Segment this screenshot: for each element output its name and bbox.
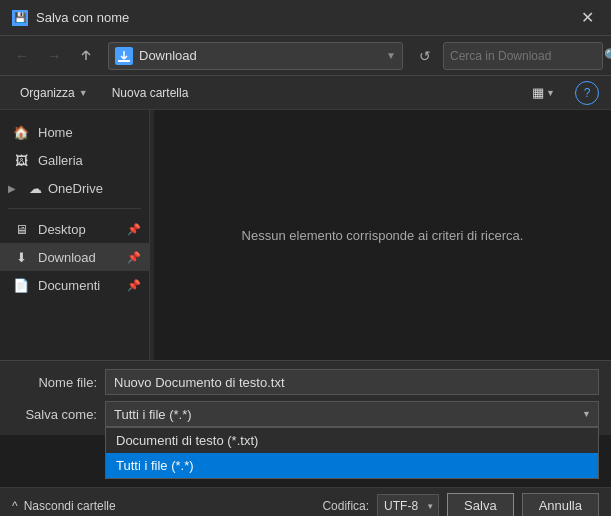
organizza-chevron-icon: ▼ <box>79 88 88 98</box>
search-input[interactable] <box>450 49 600 63</box>
content-area: Nessun elemento corrisponde ai criteri d… <box>154 110 611 360</box>
empty-message: Nessun elemento corrisponde ai criteri d… <box>242 228 524 243</box>
sidebar-label-onedrive: OneDrive <box>48 181 103 196</box>
saveas-dropdown: Documenti di testo (*.txt) Tutti i file … <box>105 427 599 479</box>
sidebar-item-documenti[interactable]: 📄 Documenti 📌 <box>0 271 149 299</box>
saveas-select[interactable]: Tutti i file (*.*) <box>105 401 599 427</box>
view-chevron-icon: ▼ <box>546 88 555 98</box>
help-button[interactable]: ? <box>575 81 599 105</box>
saveas-value: Tutti i file (*.*) <box>114 407 192 422</box>
close-button[interactable]: ✕ <box>575 6 599 30</box>
organizza-label: Organizza <box>20 86 75 100</box>
onedrive-chevron-icon: ▶ <box>8 183 22 194</box>
footer: ^ Nascondi cartelle Codifica: UTF-8 Salv… <box>0 487 611 516</box>
back-button[interactable]: ← <box>8 42 36 70</box>
dropdown-item-txt[interactable]: Documenti di testo (*.txt) <box>106 428 598 453</box>
filename-input[interactable] <box>105 369 599 395</box>
window-icon: 💾 <box>12 10 28 26</box>
address-chevron-icon: ▼ <box>386 50 396 61</box>
codifica-label: Codifica: <box>322 499 369 513</box>
sidebar-label-download: Download <box>38 250 96 265</box>
sidebar-label-home: Home <box>38 125 73 140</box>
title-bar: 💾 Salva con nome ✕ <box>0 0 611 36</box>
title-bar-left: 💾 Salva con nome <box>12 10 129 26</box>
saveas-select-wrapper[interactable]: Tutti i file (*.*) Documenti di testo (*… <box>105 401 599 427</box>
sidebar-item-desktop[interactable]: 🖥 Desktop 📌 <box>0 215 149 243</box>
saveas-row: Salva come: Tutti i file (*.*) Documenti… <box>12 401 599 427</box>
salva-button[interactable]: Salva <box>447 493 514 517</box>
up-folder-button[interactable] <box>72 42 100 70</box>
desktop-pin-icon: 📌 <box>127 223 141 236</box>
search-bar[interactable]: 🔍 <box>443 42 603 70</box>
search-icon: 🔍 <box>604 48 611 63</box>
codifica-select[interactable]: UTF-8 <box>377 494 439 517</box>
refresh-button[interactable]: ↺ <box>411 42 439 70</box>
forward-button[interactable]: → <box>40 42 68 70</box>
nav-bar: ← → Download ▼ ↺ 🔍 <box>0 36 611 76</box>
view-icon: ▦ <box>532 85 544 100</box>
documenti-icon: 📄 <box>12 276 30 294</box>
svg-rect-0 <box>118 60 130 62</box>
sidebar-label-galleria: Galleria <box>38 153 83 168</box>
footer-right: Codifica: UTF-8 Salva Annulla <box>322 493 599 517</box>
main-area: 🏠 Home 🖼 Galleria ▶ ☁ OneDrive 🖥 Desktop… <box>0 110 611 360</box>
documenti-pin-icon: 📌 <box>127 279 141 292</box>
saveas-label: Salva come: <box>12 407 97 422</box>
sidebar-item-galleria[interactable]: 🖼 Galleria <box>0 146 149 174</box>
address-bar[interactable]: Download ▼ <box>108 42 403 70</box>
home-icon: 🏠 <box>12 123 30 141</box>
bottom-panel: Nome file: Salva come: Tutti i file (*.*… <box>0 360 611 435</box>
sidebar-item-home[interactable]: 🏠 Home <box>0 118 149 146</box>
onedrive-icon: ☁ <box>26 179 44 197</box>
sidebar-label-documenti: Documenti <box>38 278 100 293</box>
sidebar-item-download[interactable]: ⬇ Download 📌 <box>0 243 149 271</box>
sidebar-label-desktop: Desktop <box>38 222 86 237</box>
hide-folders-button[interactable]: ^ Nascondi cartelle <box>12 499 116 513</box>
download-pin-icon: 📌 <box>127 251 141 264</box>
address-text: Download <box>139 48 380 63</box>
toolbar: Organizza ▼ Nuova cartella ▦ ▼ ? <box>0 76 611 110</box>
nuova-cartella-button[interactable]: Nuova cartella <box>104 83 197 103</box>
filename-label: Nome file: <box>12 375 97 390</box>
address-icon <box>115 47 133 65</box>
annulla-button[interactable]: Annulla <box>522 493 599 517</box>
sidebar-divider <box>8 208 141 209</box>
download-icon: ⬇ <box>12 248 30 266</box>
hide-folders-label: Nascondi cartelle <box>24 499 116 513</box>
window-title: Salva con nome <box>36 10 129 25</box>
organizza-button[interactable]: Organizza ▼ <box>12 83 96 103</box>
sidebar-item-onedrive[interactable]: ▶ ☁ OneDrive <box>0 174 149 202</box>
sidebar: 🏠 Home 🖼 Galleria ▶ ☁ OneDrive 🖥 Desktop… <box>0 110 150 360</box>
desktop-icon: 🖥 <box>12 220 30 238</box>
codifica-wrapper[interactable]: UTF-8 <box>377 494 439 517</box>
filename-row: Nome file: <box>12 369 599 395</box>
hide-folders-icon: ^ <box>12 499 18 513</box>
galleria-icon: 🖼 <box>12 151 30 169</box>
view-button[interactable]: ▦ ▼ <box>526 82 561 103</box>
nuova-cartella-label: Nuova cartella <box>112 86 189 100</box>
dropdown-item-all[interactable]: Tutti i file (*.*) <box>106 453 598 478</box>
